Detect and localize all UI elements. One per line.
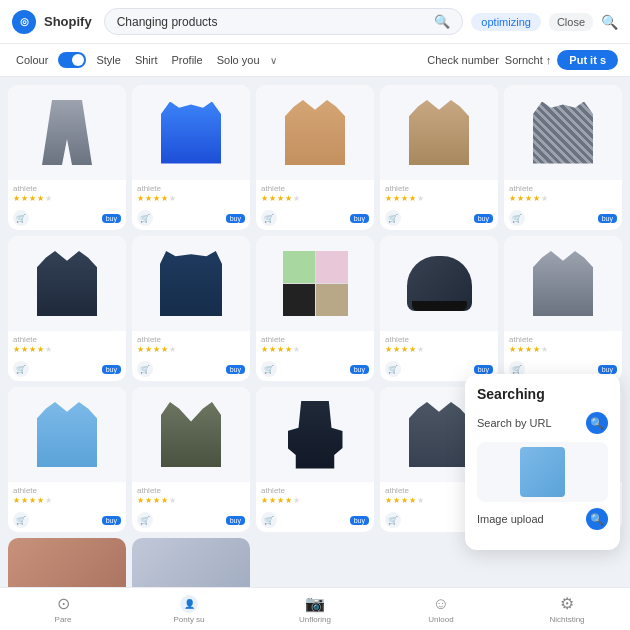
product-card[interactable]: athlete ★★★★★ 🛒 buy — [8, 387, 126, 532]
cart-icon[interactable]: 🛒 — [13, 361, 29, 377]
logo-icon: ◎ — [12, 10, 36, 34]
product-card[interactable]: athlete ★★★★★ 🛒 buy — [8, 85, 126, 230]
cart-icon[interactable]: 🛒 — [13, 210, 29, 226]
product-card[interactable]: athlete ★★★★★ 🛒 buy — [380, 236, 498, 381]
product-info: athlete ★★★★★ — [256, 180, 374, 208]
product-info: athlete ★★★★★ — [380, 180, 498, 208]
chevron-down-icon[interactable]: ∨ — [270, 55, 277, 66]
cart-icon[interactable]: 🛒 — [509, 210, 525, 226]
product-info: athlete ★★★★★ — [132, 331, 250, 359]
bottom-nav-unlood-label: Unlood — [428, 615, 453, 624]
buy-badge[interactable]: buy — [350, 516, 369, 525]
cart-icon[interactable]: 🛒 — [261, 512, 277, 528]
buy-badge[interactable]: buy — [598, 214, 617, 223]
product-info: athlete ★★★★★ — [504, 331, 622, 359]
optimizing-pill[interactable]: optimizing — [471, 13, 541, 31]
filter-profile[interactable]: Profile — [168, 52, 207, 68]
product-card[interactable]: athlete ★★★★★ 🛒 buy — [504, 85, 622, 230]
search-icon[interactable]: 🔍 — [434, 14, 450, 29]
product-actions: 🛒 buy — [8, 510, 126, 532]
product-card[interactable]: athlete ★★★★★ 🛒 buy — [8, 236, 126, 381]
bottom-nav-settings[interactable]: ⚙ Nichtsting — [504, 594, 630, 624]
buy-badge[interactable]: buy — [226, 516, 245, 525]
product-actions: 🛒 buy — [8, 359, 126, 381]
product-card[interactable]: athlete ★★★★★ 🛒 buy — [132, 236, 250, 381]
buy-badge[interactable]: buy — [226, 214, 245, 223]
cart-icon[interactable]: 🛒 — [385, 361, 401, 377]
product-info: athlete ★★★★★ — [8, 482, 126, 510]
filter-bar: Colour Style Shirt Profile Solo you ∨ Ch… — [0, 44, 630, 77]
cart-icon[interactable]: 🛒 — [137, 210, 153, 226]
product-card[interactable]: athlete ★★★★★ 🛒 buy — [132, 85, 250, 230]
put-button[interactable]: Put it s — [557, 50, 618, 70]
filter-toggle[interactable] — [58, 52, 86, 68]
product-actions: 🛒 buy — [132, 359, 250, 381]
product-stars: ★★★★★ — [261, 194, 369, 203]
buy-badge[interactable]: buy — [102, 214, 121, 223]
product-info: athlete ★★★★★ — [380, 331, 498, 359]
search-by-url-button[interactable]: 🔍 — [586, 412, 608, 434]
buy-badge[interactable]: buy — [474, 365, 493, 374]
product-card[interactable]: athlete ★★★★★ 🛒 buy — [504, 236, 622, 381]
product-stars: ★★★★★ — [385, 194, 493, 203]
product-image — [256, 236, 374, 331]
buy-badge[interactable]: buy — [102, 365, 121, 374]
product-image — [132, 236, 250, 331]
search-input[interactable] — [117, 15, 429, 29]
buy-badge[interactable]: buy — [226, 365, 245, 374]
filter-check-number[interactable]: Check number — [427, 54, 499, 66]
image-upload-button[interactable]: 🔍 — [586, 508, 608, 530]
search-by-url-option: Search by URL 🔍 — [477, 412, 608, 434]
filter-style[interactable]: Style — [92, 52, 124, 68]
buy-badge[interactable]: buy — [350, 214, 369, 223]
product-stars: ★★★★★ — [137, 496, 245, 505]
bottom-nav-unlood[interactable]: ☺ Unlood — [378, 595, 504, 624]
product-stars: ★★★★★ — [261, 496, 369, 505]
product-info: athlete ★★★★★ — [504, 180, 622, 208]
product-card[interactable]: athlete ★★★★★ 🛒 buy — [256, 85, 374, 230]
product-image — [504, 236, 622, 331]
product-card[interactable]: athlete ★★★★★ 🛒 buy — [256, 387, 374, 532]
product-stars: ★★★★★ — [13, 194, 121, 203]
filter-shirt[interactable]: Shirt — [131, 52, 162, 68]
product-actions: 🛒 buy — [256, 510, 374, 532]
home-icon: ⊙ — [57, 594, 70, 613]
cart-icon[interactable]: 🛒 — [385, 210, 401, 226]
product-stars: ★★★★★ — [385, 345, 493, 354]
buy-badge[interactable]: buy — [102, 516, 121, 525]
filter-colour[interactable]: Colour — [12, 52, 52, 68]
search-by-url-label: Search by URL — [477, 417, 552, 429]
product-stars: ★★★★★ — [13, 345, 121, 354]
profile-badge: 👤 — [180, 595, 198, 613]
product-card[interactable]: athlete ★★★★★ 🛒 buy — [256, 236, 374, 381]
product-image — [504, 85, 622, 180]
cart-icon[interactable]: 🛒 — [137, 361, 153, 377]
product-info: athlete ★★★★★ — [132, 180, 250, 208]
buy-badge[interactable]: buy — [350, 365, 369, 374]
bottom-nav-profile[interactable]: 👤 Ponty su — [126, 595, 252, 624]
camera-icon: 📷 — [305, 594, 325, 613]
nav-search-icon[interactable]: 🔍 — [601, 14, 618, 30]
buy-badge[interactable]: buy — [598, 365, 617, 374]
image-upload-option: Image upload 🔍 — [477, 508, 608, 530]
cart-icon[interactable]: 🛒 — [385, 512, 401, 528]
product-image — [8, 85, 126, 180]
cart-icon[interactable]: 🛒 — [13, 512, 29, 528]
close-button[interactable]: Close — [549, 13, 593, 31]
filter-solo-you[interactable]: Solo you — [213, 52, 264, 68]
product-stars: ★★★★★ — [137, 345, 245, 354]
search-bar: 🔍 — [104, 8, 464, 35]
product-actions: 🛒 buy — [8, 208, 126, 230]
cart-icon[interactable]: 🛒 — [261, 361, 277, 377]
product-image — [380, 236, 498, 331]
product-info: athlete ★★★★★ — [8, 180, 126, 208]
product-card[interactable]: athlete ★★★★★ 🛒 buy — [380, 85, 498, 230]
product-actions: 🛒 buy — [504, 208, 622, 230]
bottom-nav-camera[interactable]: 📷 Unfloring — [252, 594, 378, 624]
buy-badge[interactable]: buy — [474, 214, 493, 223]
filter-sorncht[interactable]: Sorncht ↑ — [505, 54, 551, 66]
cart-icon[interactable]: 🛒 — [137, 512, 153, 528]
cart-icon[interactable]: 🛒 — [261, 210, 277, 226]
bottom-nav-home[interactable]: ⊙ Pare — [0, 594, 126, 624]
product-card[interactable]: athlete ★★★★★ 🛒 buy — [132, 387, 250, 532]
